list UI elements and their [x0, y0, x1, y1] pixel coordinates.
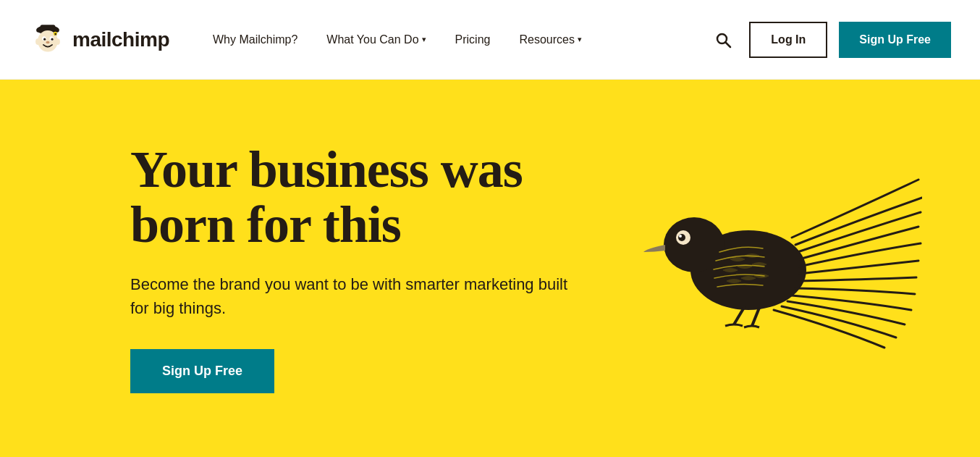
search-button[interactable]	[709, 25, 738, 54]
svg-point-7	[51, 38, 54, 40]
nav-what-you-can-do[interactable]: What You Can Do ▾	[312, 0, 440, 80]
logo-icon: ★	[29, 21, 67, 59]
resources-chevron-icon: ▾	[578, 35, 582, 44]
nav-signup-button[interactable]: Sign Up Free	[839, 22, 951, 58]
nav-resources[interactable]: Resources ▾	[504, 0, 596, 80]
nav-links: Why Mailchimp? What You Can Do ▾ Pricing…	[198, 0, 709, 80]
svg-point-19	[679, 235, 682, 238]
hero-subtitle: Become the brand you want to be with sma…	[130, 272, 579, 320]
svg-point-6	[43, 38, 46, 40]
hero-section: Your business was born for this Become t…	[0, 80, 980, 456]
brand-name: mailchimp	[72, 28, 169, 51]
hero-title: Your business was born for this	[130, 143, 579, 252]
hero-content: Your business was born for this Become t…	[130, 143, 579, 393]
nav-why-mailchimp[interactable]: Why Mailchimp?	[198, 0, 312, 80]
svg-rect-2	[41, 25, 56, 31]
svg-line-14	[726, 42, 731, 47]
logo-link[interactable]: ★ mailchimp	[29, 21, 169, 59]
search-icon	[714, 31, 732, 49]
nav-pricing[interactable]: Pricing	[441, 0, 505, 80]
hero-illustration	[618, 165, 922, 371]
hero-signup-button[interactable]: Sign Up Free	[130, 349, 274, 393]
svg-point-18	[678, 234, 685, 241]
nav-right: Log In Sign Up Free	[709, 22, 951, 58]
svg-point-16	[664, 217, 725, 272]
navbar: ★ mailchimp Why Mailchimp? What You Can …	[0, 0, 980, 80]
login-button[interactable]: Log In	[749, 22, 827, 58]
svg-text:★: ★	[54, 31, 57, 35]
what-you-can-do-chevron-icon: ▾	[422, 35, 426, 44]
bird-icon	[618, 165, 922, 368]
svg-point-9	[35, 38, 40, 45]
svg-line-21	[752, 308, 759, 326]
svg-point-8	[46, 41, 49, 43]
svg-point-10	[56, 38, 60, 45]
